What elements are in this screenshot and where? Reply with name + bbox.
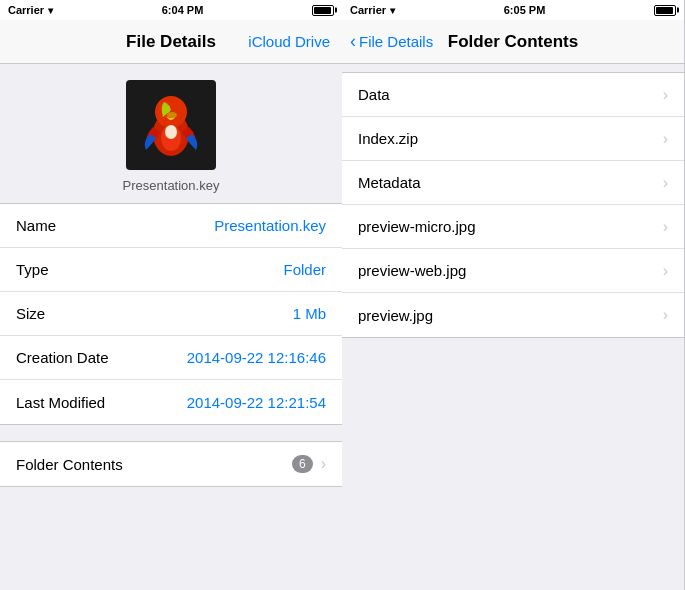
list-item[interactable]: preview-micro.jpg › [342, 205, 684, 249]
carrier-label-right: Carrier [350, 4, 386, 16]
file-preview-section: Presentation.key [0, 64, 342, 203]
file-thumbnail [126, 80, 216, 170]
status-bar-right: Carrier ▾ 6:05 PM [342, 0, 684, 20]
carrier-label: Carrier [8, 4, 44, 16]
creation-date-row: Creation Date 2014-09-22 12:16:46 [0, 336, 342, 380]
svg-point-2 [155, 96, 187, 128]
chevron-right-icon-4: › [663, 262, 668, 280]
list-item[interactable]: preview.jpg › [342, 293, 684, 337]
back-button[interactable]: ‹ File Details [350, 33, 433, 50]
time-label-left: 6:04 PM [162, 4, 204, 16]
file-name-preview: Presentation.key [123, 178, 220, 193]
folder-contents-row[interactable]: Folder Contents 6 › [0, 442, 342, 486]
item-name-2: Metadata [358, 174, 421, 191]
page-title-left: File Details [126, 32, 216, 52]
status-right [312, 5, 334, 16]
name-value: Presentation.key [214, 217, 326, 234]
creation-date-label: Creation Date [16, 349, 109, 366]
time-label-right: 6:05 PM [504, 4, 546, 16]
list-item[interactable]: Index.zip › [342, 117, 684, 161]
type-row: Type Folder [0, 248, 342, 292]
svg-point-8 [167, 112, 177, 118]
type-value: Folder [283, 261, 326, 278]
item-name-5: preview.jpg [358, 307, 433, 324]
folder-list: Data › Index.zip › Metadata › preview-mi… [342, 72, 684, 338]
folder-contents-section[interactable]: Folder Contents 6 › [0, 441, 342, 487]
size-value: 1 Mb [293, 305, 326, 322]
battery-icon-right [654, 5, 676, 16]
chevron-right-icon-3: › [663, 218, 668, 236]
wifi-icon-right: ▾ [390, 5, 395, 16]
status-right-right [654, 5, 676, 16]
last-modified-label: Last Modified [16, 394, 105, 411]
list-item[interactable]: Data › [342, 73, 684, 117]
page-title-right: Folder Contents [448, 32, 578, 52]
chevron-right-icon-2: › [663, 174, 668, 192]
status-left-right: Carrier ▾ [350, 4, 395, 16]
wifi-icon: ▾ [48, 5, 53, 16]
chevron-right-icon: › [321, 455, 326, 473]
name-label: Name [16, 217, 56, 234]
type-label: Type [16, 261, 49, 278]
size-label: Size [16, 305, 45, 322]
parrot-image [128, 82, 214, 168]
last-modified-value: 2014-09-22 12:21:54 [187, 394, 326, 411]
nav-bar-right: ‹ File Details Folder Contents [342, 20, 684, 64]
status-left: Carrier ▾ [8, 4, 53, 16]
item-name-4: preview-web.jpg [358, 262, 466, 279]
back-label: File Details [359, 33, 433, 50]
right-panel-background [342, 338, 684, 590]
chevron-right-icon-0: › [663, 86, 668, 104]
chevron-right-icon-1: › [663, 130, 668, 148]
back-chevron-icon: ‹ [350, 32, 356, 50]
detail-section: Name Presentation.key Type Folder Size 1… [0, 203, 342, 425]
folder-count-badge: 6 [292, 455, 313, 473]
left-panel: Carrier ▾ 6:04 PM File Details iCloud Dr… [0, 0, 342, 590]
list-item[interactable]: Metadata › [342, 161, 684, 205]
battery-icon [312, 5, 334, 16]
item-name-3: preview-micro.jpg [358, 218, 476, 235]
nav-bar-left: File Details iCloud Drive [0, 20, 342, 64]
last-modified-row: Last Modified 2014-09-22 12:21:54 [0, 380, 342, 424]
folder-contents-label: Folder Contents [16, 456, 123, 473]
status-bar-left: Carrier ▾ 6:04 PM [0, 0, 342, 20]
name-row: Name Presentation.key [0, 204, 342, 248]
right-panel: Carrier ▾ 6:05 PM ‹ File Details Folder … [342, 0, 684, 590]
list-item[interactable]: preview-web.jpg › [342, 249, 684, 293]
icloud-drive-button[interactable]: iCloud Drive [248, 33, 330, 50]
chevron-right-icon-5: › [663, 306, 668, 324]
folder-contents-right: 6 › [292, 455, 326, 473]
creation-date-value: 2014-09-22 12:16:46 [187, 349, 326, 366]
svg-point-7 [165, 125, 177, 139]
item-name-0: Data [358, 86, 390, 103]
size-row: Size 1 Mb [0, 292, 342, 336]
item-name-1: Index.zip [358, 130, 418, 147]
